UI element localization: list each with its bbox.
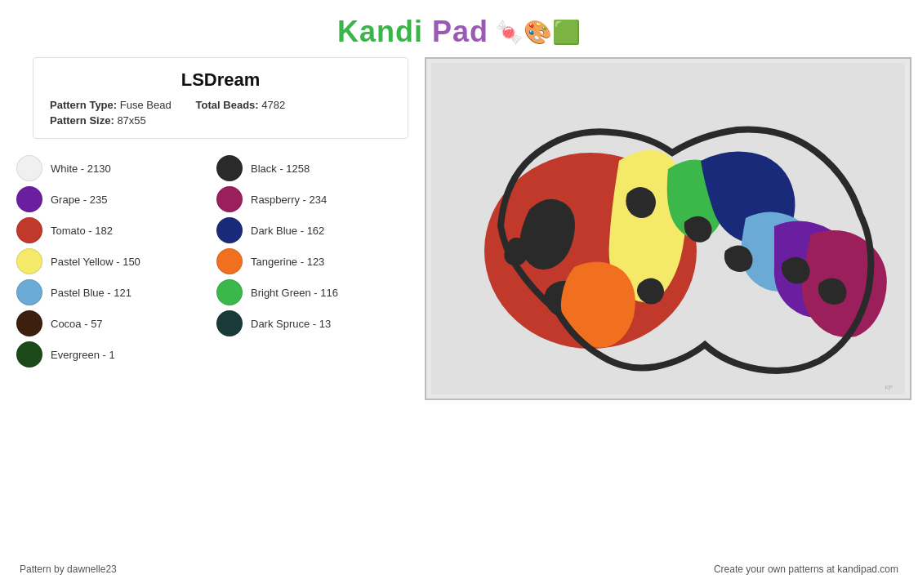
- color-swatch: [216, 248, 243, 274]
- color-list: White - 2130Black - 1258Grape - 235Raspb…: [16, 155, 408, 368]
- color-swatch: [216, 186, 243, 212]
- color-label: Tangerine - 123: [251, 256, 324, 268]
- logo-emoji: 🍬🎨🟩: [495, 19, 581, 46]
- logo-kandi: Kandi: [337, 15, 423, 48]
- color-item: Dark Spruce - 13: [216, 310, 408, 336]
- svg-text:KP: KP: [885, 385, 893, 390]
- color-swatch: [216, 310, 243, 336]
- logo: Kandi Pad: [337, 15, 488, 49]
- color-item: Black - 1258: [216, 155, 408, 181]
- color-label: Dark Spruce - 13: [251, 318, 331, 330]
- color-label: Evergreen - 1: [51, 349, 115, 361]
- color-label: Raspberry - 234: [251, 194, 327, 206]
- logo-pad: Pad: [423, 15, 488, 48]
- pattern-svg: KP: [431, 63, 905, 394]
- footer-cta: Create your own patterns at kandipad.com: [714, 564, 898, 575]
- pattern-frame: KP: [425, 57, 911, 400]
- color-label: White - 2130: [51, 163, 111, 175]
- info-card: LSDream Pattern Type: Fuse Bead Total Be…: [33, 57, 408, 139]
- header: Kandi Pad 🍬🎨🟩: [0, 0, 918, 57]
- color-item: White - 2130: [16, 155, 208, 181]
- color-item: Pastel Yellow - 150: [16, 248, 208, 274]
- color-item: Dark Blue - 162: [216, 217, 408, 243]
- pattern-title: LSDream: [50, 69, 391, 91]
- color-label: Dark Blue - 162: [251, 225, 324, 237]
- color-item: Tomato - 182: [16, 217, 208, 243]
- color-swatch: [216, 155, 243, 181]
- color-swatch: [16, 248, 42, 274]
- color-label: Tomato - 182: [51, 225, 113, 237]
- left-panel: LSDream Pattern Type: Fuse Bead Total Be…: [16, 57, 408, 400]
- color-label: Pastel Blue - 121: [51, 287, 131, 299]
- color-item: Bright Green - 116: [216, 279, 408, 305]
- right-panel: KP: [425, 57, 911, 400]
- color-label: Grape - 235: [51, 194, 107, 206]
- color-swatch: [16, 279, 42, 305]
- color-label: Bright Green - 116: [251, 287, 338, 299]
- color-swatch: [216, 279, 243, 305]
- color-item: Grape - 235: [16, 186, 208, 212]
- color-swatch: [16, 186, 42, 212]
- pattern-size-label: Pattern Size: 87x55: [50, 114, 146, 127]
- pattern-type-label: Pattern Type: Fuse Bead: [50, 99, 172, 111]
- color-item: Cocoa - 57: [16, 310, 208, 336]
- footer: Pattern by dawnelle23 Create your own pa…: [0, 564, 918, 575]
- color-item: Tangerine - 123: [216, 248, 408, 274]
- color-label: Pastel Yellow - 150: [51, 256, 140, 268]
- color-item: Evergreen - 1: [16, 341, 208, 368]
- footer-credit: Pattern by dawnelle23: [20, 564, 117, 575]
- color-swatch: [216, 217, 243, 243]
- color-label: Black - 1258: [251, 163, 310, 175]
- color-item: Raspberry - 234: [216, 186, 408, 212]
- total-beads-label: Total Beads: 4782: [196, 99, 286, 111]
- color-swatch: [16, 155, 42, 181]
- color-swatch: [16, 310, 42, 336]
- color-swatch: [16, 341, 42, 368]
- color-item: Pastel Blue - 121: [16, 279, 208, 305]
- color-label: Cocoa - 57: [51, 318, 103, 330]
- color-swatch: [16, 217, 42, 243]
- main-layout: LSDream Pattern Type: Fuse Bead Total Be…: [0, 57, 918, 400]
